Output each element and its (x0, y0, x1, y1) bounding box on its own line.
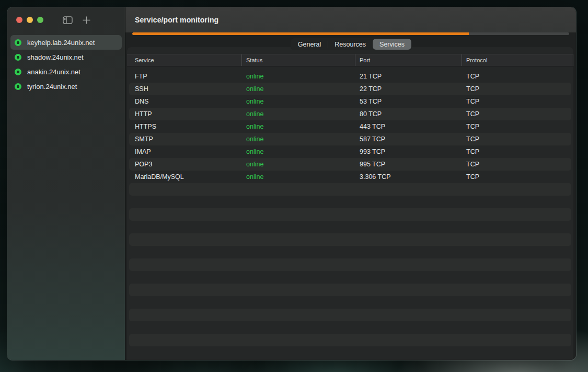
column-header-service[interactable]: Service (127, 54, 242, 66)
window-titlebar: Service/port monitoring (125, 7, 576, 32)
table-row[interactable]: POP3 online 995 TCP TCP (129, 158, 571, 171)
cell-service: MariaDB/MySQL (129, 173, 242, 181)
cell-port: 443 TCP (355, 123, 462, 130)
sidebar-item-anakin.24unix.net[interactable]: anakin.24unix.net (10, 64, 122, 79)
server-name-label: shadow.24unix.net (27, 53, 84, 61)
tab-control: General Resources Services (291, 38, 412, 50)
cell-protocol: TCP (462, 73, 571, 80)
tab-general[interactable]: General (291, 39, 328, 50)
plus-icon[interactable] (80, 14, 93, 26)
cell-status: online (242, 85, 355, 93)
sidebar-titlebar (7, 7, 125, 32)
empty-table-row (129, 296, 571, 309)
cell-port: 22 TCP (355, 85, 462, 93)
cell-port: 53 TCP (355, 98, 462, 105)
tab-resources[interactable]: Resources (328, 39, 373, 50)
sidebar-item-shadow.24unix.net[interactable]: shadow.24unix.net (10, 50, 122, 64)
cell-service: HTTPS (129, 123, 242, 130)
empty-table-row (129, 196, 571, 208)
sidebar-toggle-icon[interactable] (61, 14, 74, 26)
cell-status: online (242, 173, 355, 181)
table-header: Service Status Port Protocol (127, 54, 573, 66)
cell-service: IMAP (129, 148, 242, 155)
table-row[interactable]: MariaDB/MySQL online 3.306 TCP TCP (129, 171, 571, 183)
zoom-button[interactable] (37, 17, 43, 23)
table-row[interactable]: HTTPS online 443 TCP TCP (129, 120, 571, 133)
cell-service: SMTP (129, 136, 242, 143)
column-header-port[interactable]: Port (355, 54, 462, 66)
cell-protocol: TCP (462, 85, 571, 93)
table-body: FTP online 21 TCP TCP SSH online 22 TCP … (127, 66, 573, 359)
cell-port: 993 TCP (355, 148, 462, 155)
tab-services[interactable]: Services (373, 39, 411, 50)
server-name-label: anakin.24unix.net (27, 68, 80, 76)
server-name-label: tyrion.24unix.net (27, 83, 77, 91)
column-header-protocol[interactable]: Protocol (462, 54, 573, 66)
cell-port: 80 TCP (355, 110, 462, 118)
cell-port: 21 TCP (355, 73, 462, 80)
cell-protocol: TCP (462, 173, 571, 181)
progress-bar-track (132, 32, 569, 35)
main-pane: Service/port monitoring Service Status P… (125, 7, 576, 360)
sidebar: keyhelp.lab.24unix.net shadow.24unix.net… (7, 7, 125, 360)
table-row[interactable]: SSH online 22 TCP TCP (129, 83, 571, 95)
empty-table-row (129, 309, 571, 321)
page-title: Service/port monitoring (135, 16, 218, 24)
empty-table-row (129, 233, 571, 246)
empty-table-row (129, 346, 571, 359)
progress-bar-fill (132, 32, 469, 35)
server-list: keyhelp.lab.24unix.net shadow.24unix.net… (7, 32, 125, 94)
empty-table-row (129, 258, 571, 271)
cell-status: online (242, 136, 355, 143)
sidebar-item-keyhelp.lab.24unix.net[interactable]: keyhelp.lab.24unix.net (10, 35, 122, 50)
cell-status: online (242, 161, 355, 168)
minimize-button[interactable] (27, 17, 33, 23)
cell-service: POP3 (129, 161, 242, 168)
cell-service: HTTP (129, 110, 242, 118)
table-row[interactable]: HTTP online 80 TCP TCP (129, 108, 571, 120)
cell-status: online (242, 110, 355, 118)
sidebar-item-tyrion.24unix.net[interactable]: tyrion.24unix.net (10, 79, 122, 94)
cell-protocol: TCP (462, 98, 571, 105)
server-name-label: keyhelp.lab.24unix.net (27, 39, 95, 47)
cell-service: SSH (129, 85, 242, 93)
empty-table-row (129, 183, 571, 196)
server-status-icon (15, 39, 21, 46)
cell-port: 995 TCP (355, 161, 462, 168)
table-row[interactable]: DNS online 53 TCP TCP (129, 95, 571, 108)
table-row[interactable]: FTP online 21 TCP TCP (129, 70, 571, 83)
empty-table-row (129, 271, 571, 284)
cell-protocol: TCP (462, 123, 571, 130)
close-button[interactable] (16, 17, 22, 23)
cell-port: 3.306 TCP (355, 173, 462, 181)
empty-table-row (129, 246, 571, 258)
empty-table-row (129, 221, 571, 233)
cell-protocol: TCP (462, 161, 571, 168)
cell-protocol: TCP (462, 110, 571, 118)
cell-status: online (242, 148, 355, 155)
empty-table-row (129, 284, 571, 296)
app-window: keyhelp.lab.24unix.net shadow.24unix.net… (7, 7, 576, 360)
column-header-status[interactable]: Status (242, 54, 355, 66)
cell-protocol: TCP (462, 148, 571, 155)
table-row[interactable]: IMAP online 993 TCP TCP (129, 145, 571, 158)
services-panel: Service Status Port Protocol FTP online … (127, 47, 573, 360)
cell-port: 587 TCP (355, 136, 462, 143)
empty-table-row (129, 321, 571, 334)
cell-status: online (242, 123, 355, 130)
cell-protocol: TCP (462, 136, 571, 143)
empty-table-row (129, 334, 571, 346)
table-row[interactable]: SMTP online 587 TCP TCP (129, 133, 571, 145)
cell-service: DNS (129, 98, 242, 105)
server-status-icon (15, 69, 21, 75)
cell-status: online (242, 98, 355, 105)
cell-service: FTP (129, 73, 242, 80)
cell-status: online (242, 73, 355, 80)
server-status-icon (15, 54, 21, 61)
empty-table-row (129, 208, 571, 221)
server-status-icon (15, 83, 21, 90)
